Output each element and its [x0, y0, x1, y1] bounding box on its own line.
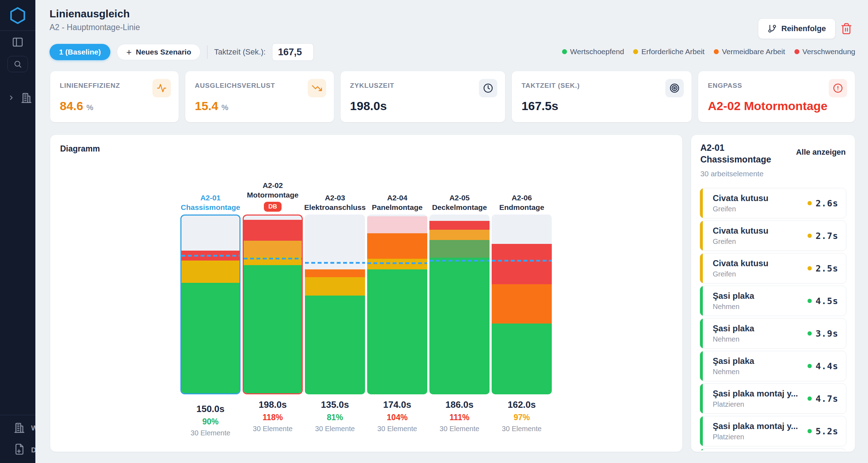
chart-station[interactable]: A2-04 Panelmontage 174.0s 104% 30 Elemen…	[367, 181, 427, 433]
work-item-accent	[700, 221, 703, 251]
work-item-title: Civata kutusu	[713, 193, 768, 203]
chart-station[interactable]: A2-05 Deckelmontage 186.0s 111% 30 Eleme…	[429, 181, 490, 433]
bar-segment-orange	[367, 233, 427, 259]
work-item-time: 5.2s	[816, 426, 838, 436]
station-bar[interactable]	[243, 215, 303, 394]
takt-line	[244, 258, 302, 259]
station-stats: 162.0s 97% 30 Elemente	[492, 399, 552, 433]
work-item-sub: Nehmen	[713, 368, 754, 376]
file-plus-icon[interactable]	[13, 443, 25, 455]
station-name: Chassismontage	[181, 203, 240, 212]
work-item[interactable]: Şasi plaka Nehmen 4.4s	[700, 351, 846, 381]
plus-icon: +	[126, 47, 132, 57]
station-bar[interactable]	[180, 215, 241, 394]
work-item[interactable]: Şasi plaka montaj y... Platzieren 5.2s	[700, 416, 846, 446]
vertical-divider	[207, 45, 208, 59]
station-percent: 118%	[243, 413, 303, 422]
station-name: Panelmontage	[372, 203, 423, 212]
station-bar[interactable]	[429, 215, 490, 394]
bar-segment-red	[492, 244, 552, 284]
station-code: A2-01	[200, 194, 220, 202]
new-scenario-button[interactable]: + Neues Szenario	[117, 44, 201, 60]
work-item-time: 4.5s	[816, 296, 838, 306]
panel-subtitle: 30 arbeitselemente	[700, 170, 764, 178]
work-item[interactable]: Civata kutusu Greifen 2.6s	[700, 188, 846, 218]
legend-dot	[714, 49, 719, 54]
bar-segment-amber	[244, 241, 302, 257]
chart-station[interactable]: A2-06 Endmontage 162.0s 97% 30 Elemente	[492, 181, 552, 433]
factory-icon[interactable]	[13, 421, 25, 434]
station-code: A2-05	[449, 194, 469, 202]
sidebar: W D	[0, 0, 35, 463]
work-items-list: Civata kutusu Greifen 2.6s Civata kutusu…	[700, 188, 846, 450]
expand-chevron-right-icon[interactable]	[8, 94, 15, 101]
station-bar[interactable]	[492, 215, 552, 394]
station-elements: 30 Elemente	[429, 425, 490, 433]
app-logo-hexagon-icon[interactable]	[8, 6, 27, 25]
station-bar[interactable]	[305, 215, 365, 394]
station-time: 174.0s	[367, 399, 427, 410]
station-time: 135.0s	[305, 399, 365, 410]
factory-icon[interactable]	[20, 91, 33, 104]
takt-line	[305, 262, 365, 264]
station-label: A2-01 Chassismontage	[180, 181, 241, 215]
work-item[interactable]: Şasi plaka Nehmen 3.9s	[700, 318, 846, 349]
work-item[interactable]: Civata kutusu Greifen 2.7s	[700, 221, 846, 251]
kpi-value: 84.6	[60, 99, 83, 113]
panel-station-code: A2-01	[700, 143, 724, 153]
chart-station[interactable]: A2-02 Motormontage DB 198.0s 118% 30 Ele…	[243, 181, 303, 433]
work-item[interactable]: Şasi plaka Nehmen 4.5s	[700, 286, 846, 316]
work-item-title: Şasi plaka montaj y...	[713, 389, 798, 399]
legend-item: Erforderliche Arbeit	[633, 47, 705, 56]
station-code: A2-03	[325, 194, 345, 202]
work-item[interactable]	[700, 448, 846, 450]
bar-segment-pink	[367, 216, 427, 233]
work-item[interactable]: Şasi plaka montaj y... Platzieren 4.7s	[700, 383, 846, 414]
station-bar[interactable]	[367, 215, 427, 394]
legend-dot	[633, 49, 638, 54]
legend-item: Wertschoepfend	[562, 47, 624, 56]
takt-time-input[interactable]	[272, 43, 314, 61]
sidebar-item-label[interactable]: D	[31, 446, 35, 454]
kpi-card-takt-time: TAKTZEIT (SEK.) 167.5s	[511, 71, 692, 122]
search-icon	[13, 60, 22, 68]
show-all-link[interactable]: Alle anzeigen	[796, 148, 846, 157]
legend-label: Verschwendung	[803, 47, 855, 56]
bar-segment-green	[244, 265, 302, 393]
station-stats: 198.0s 118% 30 Elemente	[243, 399, 303, 433]
bar-segment-orange	[492, 284, 552, 324]
station-code: A2-04	[387, 194, 407, 202]
scenario-tab-baseline[interactable]: 1 (Baseline)	[50, 44, 110, 60]
work-item-sub: Nehmen	[713, 303, 754, 311]
legend-dot	[562, 49, 567, 54]
work-item-title: Şasi plaka	[713, 356, 754, 366]
chart-station[interactable]: A2-01 Chassismontage 150.0s 90% 30 Eleme…	[180, 181, 241, 437]
chart-station[interactable]: A2-03 Elektroanschluss 135.0s 81% 30 Ele…	[305, 181, 365, 433]
work-item-accent	[700, 416, 703, 446]
search-button[interactable]	[7, 56, 28, 72]
work-item[interactable]: Civata kutusu Greifen 2.5s	[700, 253, 846, 284]
work-item-time: 4.4s	[816, 361, 838, 371]
takt-line	[492, 260, 552, 262]
panel-toggle-icon[interactable]	[12, 36, 24, 48]
sidebar-item-label[interactable]: W	[31, 424, 35, 432]
station-code: A2-02	[262, 181, 283, 190]
station-elements: 30 Elemente	[180, 429, 241, 437]
order-button[interactable]: Reihenfolge	[758, 18, 835, 39]
order-button-label: Reihenfolge	[781, 24, 826, 33]
work-item-accent	[700, 188, 703, 218]
station-percent: 111%	[429, 413, 490, 422]
station-percent: 104%	[367, 413, 427, 422]
chart-card: Diagramm A2-01 Chassismontage 150.0s 90%…	[50, 135, 683, 452]
station-percent: 90%	[180, 417, 241, 427]
legend-label: Erforderliche Arbeit	[641, 47, 705, 56]
kpi-card-balance-loss: AUSGLEICHSVERLUST 15.4 %	[185, 71, 334, 122]
kpi-card-bottleneck: ENGPASS A2-02 Motormontage	[698, 71, 855, 122]
station-percent: 81%	[305, 413, 365, 422]
kpi-label: ZYKLUSZEIT	[350, 82, 394, 90]
delete-trash-icon[interactable]	[840, 23, 852, 35]
clock-icon	[479, 79, 497, 97]
work-item-title: Civata kutusu	[713, 226, 768, 236]
kpi-label: ENGPASS	[708, 82, 742, 90]
work-item-accent	[700, 449, 703, 450]
